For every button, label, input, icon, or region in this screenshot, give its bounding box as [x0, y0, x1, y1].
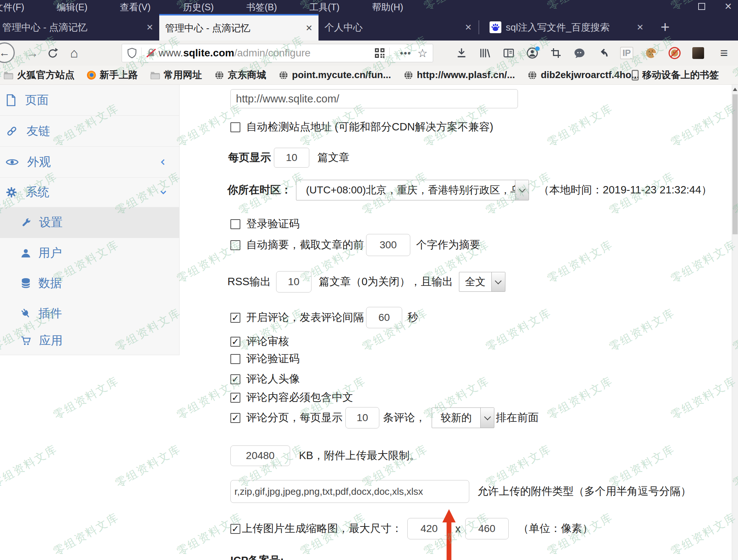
select-arrow-button[interactable]	[480, 408, 494, 428]
comment-interval-input[interactable]	[366, 307, 402, 328]
login-captcha-checkbox[interactable]	[230, 219, 240, 229]
ip-icon[interactable]: IP	[617, 41, 636, 66]
comment-chinese-checkbox[interactable]: ✓	[230, 393, 240, 403]
thumbnail-height-input[interactable]	[465, 518, 509, 539]
comment-review-checkbox[interactable]: ✓	[230, 337, 240, 347]
sidebar-toggle-icon[interactable]	[499, 41, 518, 66]
comment-bubble-icon[interactable]	[570, 41, 589, 66]
rss-output-select[interactable]: 全文	[459, 272, 505, 292]
auto-summary-checkbox[interactable]	[230, 240, 240, 250]
tab-personal-center[interactable]: 个人中心 ✕	[318, 14, 478, 41]
tab-admin-2-active[interactable]: 管理中心 - 点滴记忆 ✕	[159, 14, 318, 41]
sidebar-item-links[interactable]: 友链	[0, 116, 179, 147]
tab-close-icon[interactable]: ✕	[146, 22, 153, 32]
download-icon[interactable]	[452, 41, 471, 66]
sidebar-item-system[interactable]: 系统	[0, 178, 179, 207]
site-url-input[interactable]	[230, 89, 518, 108]
per-page-input[interactable]	[274, 148, 309, 168]
select-arrow-button[interactable]	[491, 272, 505, 291]
menu-edit[interactable]: 编辑(E)	[57, 1, 87, 13]
divider	[389, 48, 390, 59]
scrollbar[interactable]	[732, 85, 738, 560]
bookmark-dib2[interactable]: dib2ekjwroarctf.4ho...	[528, 69, 639, 81]
sidebar-item-apps[interactable]: 应用	[0, 327, 179, 354]
bookmark-star-icon[interactable]: ☆	[417, 46, 428, 60]
rss-count-input[interactable]	[276, 271, 311, 293]
comment-enable-checkbox[interactable]: ✓	[230, 313, 240, 323]
new-tab-button[interactable]: +	[661, 18, 670, 36]
scrollbar-thumb[interactable]	[732, 94, 738, 234]
avatar[interactable]	[689, 41, 708, 66]
database-icon	[21, 278, 31, 289]
select-arrow-button[interactable]	[515, 180, 529, 200]
bookmark-jd[interactable]: 京东商城	[215, 69, 266, 81]
auto-summary-input[interactable]	[366, 234, 410, 256]
cookie-icon[interactable]	[641, 41, 661, 66]
comment-captcha-checkbox[interactable]	[230, 354, 240, 364]
tab-admin-1[interactable]: 管理中心 - 点滴记忆 ✕	[0, 14, 159, 41]
chevron-left-icon	[160, 159, 167, 165]
menu-bookmarks[interactable]: 书签(B)	[246, 1, 277, 13]
sidebar-item-label: 插件	[38, 305, 62, 322]
sidebar-item-plugins[interactable]: 插件	[0, 298, 179, 329]
bookmark-common-sites[interactable]: 常用网址	[150, 69, 202, 81]
comment-paging-checkbox[interactable]: ✓	[230, 413, 240, 423]
upload-types-input[interactable]	[230, 480, 469, 503]
home-button[interactable]: ⌂	[66, 41, 83, 66]
thumbnail-checkbox[interactable]: ✓	[230, 524, 240, 534]
url-input[interactable]: www.sqlite.com/admin/configure	[159, 47, 369, 59]
page-actions-icon[interactable]: •••	[400, 48, 411, 58]
sidebar-item-users[interactable]: 用户	[0, 238, 179, 268]
tab-close-icon[interactable]: ✕	[306, 23, 313, 33]
comment-avatar-checkbox[interactable]: ✓	[230, 374, 240, 384]
reply-arrow-icon[interactable]	[593, 41, 613, 66]
comment-paging-input[interactable]	[345, 407, 379, 428]
address-bar[interactable]: www.sqlite.com/admin/configure ••• ☆	[122, 44, 433, 62]
mobile-bookmarks[interactable]: 移动设备上的书签	[631, 69, 719, 81]
tab-baidu-search[interactable]: sql注入写文件_百度搜索 ✕	[484, 14, 650, 41]
per-page-suffix: 篇文章	[317, 150, 349, 165]
tab-title: sql注入写文件_百度搜索	[506, 21, 632, 34]
menu-tools[interactable]: 工具(T)	[309, 1, 340, 13]
bookmark-getting-started[interactable]: 新手上路	[87, 69, 138, 81]
divider	[141, 48, 142, 59]
timezone-select[interactable]: (UTC+08:00)北京，重庆，香港特别行政区，乌	[296, 180, 529, 200]
menu-history[interactable]: 历史(S)	[183, 1, 214, 13]
cookie-blocked-icon[interactable]	[665, 41, 684, 66]
account-icon[interactable]	[523, 41, 542, 66]
comment-order-select[interactable]: 较新的	[432, 407, 494, 428]
screenshot-crop-icon[interactable]	[546, 41, 565, 66]
reload-button[interactable]	[44, 41, 61, 66]
menu-help[interactable]: 帮助(H)	[372, 1, 403, 13]
sidebar-item-appearance[interactable]: 外观	[0, 147, 179, 178]
gear-icon	[6, 187, 17, 198]
scroll-up-arrow[interactable]	[733, 88, 737, 91]
close-button[interactable]: ✕	[724, 2, 732, 11]
forward-button[interactable]: →	[24, 41, 41, 66]
firefox-icon	[87, 71, 96, 80]
sidebar-item-settings[interactable]: 设置	[0, 207, 179, 238]
bookmark-plasf[interactable]: http://www.plasf.cn/...	[404, 69, 515, 81]
back-button[interactable]: ←	[0, 42, 15, 63]
sidebar-item-pages[interactable]: 页面	[0, 85, 179, 116]
tab-separator	[478, 20, 479, 34]
tab-close-icon[interactable]: ✕	[465, 22, 472, 32]
sidebar-item-data[interactable]: 数据	[0, 268, 179, 298]
shield-icon[interactable]	[127, 48, 137, 58]
bookmark-firefox-official[interactable]: 火狐官方站点	[4, 69, 74, 81]
insecure-lock-icon[interactable]	[146, 48, 156, 58]
hamburger-menu-icon[interactable]: ≡	[714, 41, 734, 66]
comment-enable-suffix: 秒	[407, 310, 418, 325]
maximize-button[interactable]	[698, 3, 705, 10]
per-page-label: 每页显示	[228, 150, 271, 165]
auto-detect-row: 自动检测站点地址 (可能和部分CDN解决方案不兼容)	[230, 121, 493, 133]
library-icon[interactable]	[476, 41, 495, 66]
tab-close-icon[interactable]: ✕	[637, 22, 644, 32]
upload-limit-input[interactable]	[230, 445, 290, 466]
rss-label: RSS输出	[227, 274, 271, 289]
menu-view[interactable]: 查看(V)	[120, 1, 150, 13]
auto-detect-checkbox[interactable]	[230, 122, 240, 132]
menu-file[interactable]: 文件(F)	[0, 1, 24, 13]
qr-code-icon[interactable]	[375, 48, 385, 58]
bookmark-mycute[interactable]: point.mycute.cn/fun...	[279, 69, 391, 81]
